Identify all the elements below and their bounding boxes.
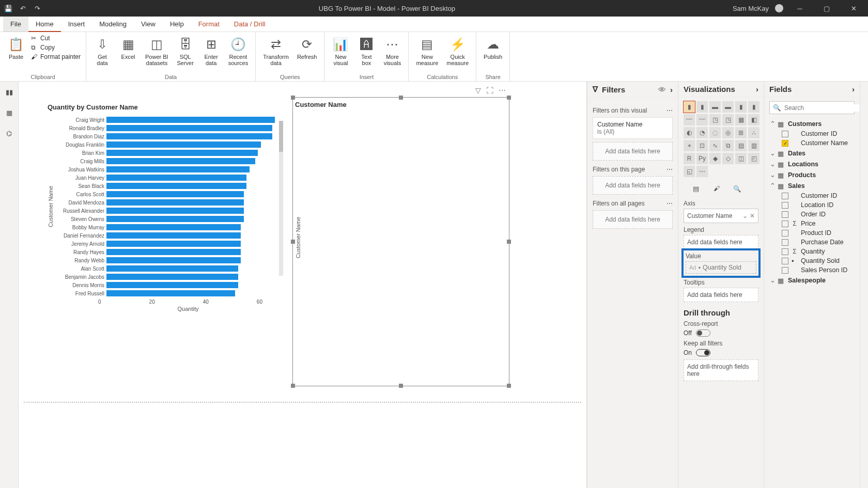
fields-field-row[interactable]: Location ID <box>769 200 855 210</box>
viz-type-icon[interactable]: ▬ <box>722 101 734 113</box>
bar-row[interactable]: Ronald Bradley <box>56 124 278 132</box>
chevron-down-icon[interactable]: ⌄ <box>769 149 776 157</box>
ribbon-tab-view[interactable]: View <box>134 17 163 32</box>
fields-collapse-icon[interactable]: › <box>852 85 855 93</box>
visual-empty-selected[interactable]: ▽ ⛶ ⋯ Customer Name Customer Name <box>292 97 509 386</box>
viz-type-icon[interactable]: ▬ <box>709 101 721 113</box>
ribbon-tab-format[interactable]: Format <box>191 17 227 32</box>
viz-type-icon[interactable]: ⋯ <box>696 166 708 177</box>
filters-collapse-icon[interactable]: › <box>670 85 673 94</box>
fields-field-row[interactable]: ✓Customer Name <box>769 138 855 148</box>
more-visuals-button[interactable]: ⋯More visuals <box>380 34 404 67</box>
enter-data-button[interactable]: ⊞Enter data <box>199 34 223 67</box>
viz-type-icon[interactable]: ⌖ <box>684 140 695 151</box>
filter-visual-icon[interactable]: ▽ <box>475 86 481 95</box>
window-close-button[interactable]: ✕ <box>843 0 864 17</box>
viz-type-icon[interactable]: ◐ <box>684 127 695 138</box>
fields-table-row[interactable]: ⌄▦Dates <box>769 148 855 159</box>
viz-type-icon[interactable]: ◰ <box>748 153 760 164</box>
pbi-datasets-button[interactable]: ◫Power BI datasets <box>142 34 172 67</box>
bar-row[interactable]: Douglas Franklin <box>56 141 278 148</box>
fields-field-row[interactable]: ▪Quantity Sold <box>769 256 855 265</box>
viz-type-icon[interactable]: ◌ <box>709 127 721 138</box>
copy-button[interactable]: ⧉Copy <box>30 43 82 52</box>
filters-on-page-more-icon[interactable]: ⋯ <box>667 166 673 173</box>
viz-type-icon[interactable]: ◫ <box>735 153 747 164</box>
filter-card-customer-name[interactable]: Customer Name is (All) <box>593 117 673 139</box>
bar-row[interactable]: Craig Mills <box>56 158 278 165</box>
viz-type-icon[interactable]: ▮ <box>684 101 695 113</box>
bar-row[interactable]: Joshua Watkins <box>56 166 278 173</box>
transform-data-button[interactable]: ⇄Transform data <box>260 34 292 67</box>
viz-fields-tab[interactable]: ▤ <box>690 182 702 195</box>
focus-mode-icon[interactable]: ⛶ <box>486 86 493 95</box>
drill-through-well[interactable]: Add drill-through fields here <box>684 359 758 381</box>
window-minimize-button[interactable]: ─ <box>789 0 810 17</box>
filters-visual-dropzone[interactable]: Add data fields here <box>593 142 673 161</box>
user-avatar-icon[interactable] <box>775 4 783 12</box>
bar-row[interactable]: Brian Kim <box>56 149 278 156</box>
redo-icon[interactable]: ↷ <box>33 4 41 12</box>
field-checkbox[interactable] <box>782 258 788 264</box>
fields-field-row[interactable]: Purchase Date <box>769 238 855 247</box>
viz-type-icon[interactable]: ◳ <box>709 114 721 125</box>
bar-row[interactable]: Alan Scott <box>56 265 278 272</box>
quick-measure-button[interactable]: ⚡Quick measure <box>443 34 472 67</box>
viz-collapse-icon[interactable]: › <box>756 85 758 93</box>
field-checkbox[interactable]: ✓ <box>782 140 788 147</box>
bar-row[interactable]: Brandon Diaz <box>56 133 278 140</box>
visual-more-icon[interactable]: ⋯ <box>499 86 506 95</box>
filters-page-dropzone[interactable]: Add data fields here <box>593 176 673 195</box>
keep-filters-toggle[interactable] <box>696 349 710 356</box>
viz-type-icon[interactable]: ⧉ <box>722 140 734 151</box>
viz-type-icon[interactable]: 〰 <box>696 114 708 125</box>
publish-button[interactable]: ☁Publish <box>481 34 505 61</box>
viz-type-icon[interactable]: R <box>684 153 695 164</box>
bar-row[interactable]: Jeremy Arnold <box>56 240 278 247</box>
field-checkbox[interactable] <box>782 239 788 246</box>
new-measure-button[interactable]: ▤New measure <box>413 34 441 67</box>
window-restore-button[interactable]: ▢ <box>816 0 837 17</box>
value-well-dragging[interactable]: Ad▪ Quantity Sold <box>686 261 756 274</box>
viz-type-icon[interactable]: ▮ <box>696 101 708 113</box>
viz-type-icon[interactable]: ⊞ <box>735 127 747 138</box>
field-checkbox[interactable] <box>782 267 788 274</box>
viz-type-icon[interactable]: ▮ <box>748 101 760 113</box>
field-checkbox[interactable] <box>782 193 788 199</box>
fields-field-row[interactable]: Sales Person ID <box>769 265 855 275</box>
viz-type-icon[interactable]: Py <box>696 153 708 164</box>
remove-field-icon[interactable]: ✕ <box>750 212 755 219</box>
bar-row[interactable]: Dennis Morris <box>56 281 278 289</box>
field-checkbox[interactable] <box>782 221 788 227</box>
save-icon[interactable]: 💾 <box>4 4 12 12</box>
viz-type-icon[interactable]: ◧ <box>748 114 760 125</box>
viz-type-icon[interactable]: ⊡ <box>696 140 708 151</box>
sql-server-button[interactable]: 🗄SQL Server <box>174 34 197 67</box>
bar-row[interactable]: Russell Alexander <box>56 207 278 214</box>
cut-button[interactable]: ✂Cut <box>30 34 82 42</box>
filters-on-all-more-icon[interactable]: ⋯ <box>667 200 673 207</box>
viz-format-tab[interactable]: 🖌 <box>710 182 723 195</box>
legend-well[interactable]: Add data fields here <box>684 235 758 249</box>
ribbon-tab-help[interactable]: Help <box>163 17 191 32</box>
report-view-button[interactable]: ▮▮ <box>3 86 16 98</box>
viz-type-icon[interactable]: ◆ <box>709 153 721 164</box>
bar-row[interactable]: Benjamin Jacobs <box>56 273 278 280</box>
bar-row[interactable]: Craig Wright <box>56 116 278 123</box>
viz-type-icon[interactable]: ▮ <box>735 101 747 113</box>
bar-row[interactable]: Juan Harvey <box>56 174 278 181</box>
viz-type-icon[interactable]: ◇ <box>722 153 734 164</box>
fields-field-row[interactable]: ΣQuantity <box>769 247 855 256</box>
viz-type-icon[interactable]: 〰 <box>684 114 695 125</box>
viz-type-icon[interactable]: ◱ <box>684 166 695 177</box>
excel-button[interactable]: ▦Excel <box>116 34 140 61</box>
chart-scrollbar[interactable] <box>279 121 283 276</box>
bar-row[interactable]: Randy Hayes <box>56 248 278 256</box>
refresh-button[interactable]: ⟳Refresh <box>294 34 320 61</box>
fields-field-row[interactable]: Customer ID <box>769 191 855 200</box>
chevron-down-icon[interactable]: ⌄ <box>769 160 776 168</box>
tooltips-well[interactable]: Add data fields here <box>684 288 758 302</box>
field-checkbox[interactable] <box>782 202 788 209</box>
fields-search-input[interactable] <box>784 104 860 112</box>
fields-table-row[interactable]: ⌃▦Customers <box>769 118 855 129</box>
